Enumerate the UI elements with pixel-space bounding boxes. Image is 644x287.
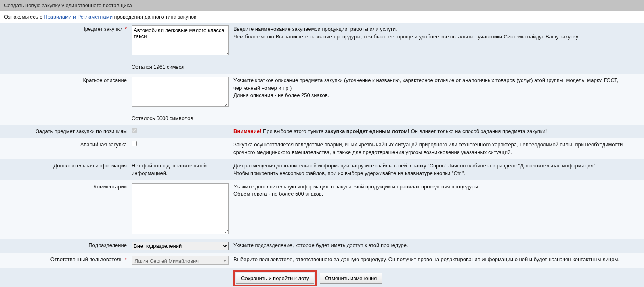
positions-checkbox[interactable] [132, 128, 137, 133]
help-short-l1: Укажите краткое описание предмета закупк… [233, 77, 642, 92]
subject-input[interactable] [132, 25, 229, 55]
subject-counter: Остался 1961 символ [132, 58, 229, 71]
user-selected-value: Яшин Сергей Михайлович [132, 256, 221, 264]
label-comments: Комментарии [94, 184, 127, 190]
emergency-checkbox[interactable] [132, 141, 137, 146]
department-select[interactable]: Вне подразделений [132, 242, 229, 250]
cancel-button[interactable]: Отменить изменения [320, 273, 382, 284]
short-counter: Осталось 6000 символов [132, 109, 229, 122]
comments-input[interactable] [132, 183, 229, 234]
label-emergency: Аварийная закупка [80, 141, 127, 148]
help-addinfo-l1: Для размещения дополнительной информации… [233, 162, 642, 170]
label-addinfo: Дополнительная информация [53, 162, 127, 169]
label-positions: Задать предмет закупки по позициям [36, 128, 127, 134]
form-table: Предмет закупки * Остался 1961 символ Вв… [0, 23, 644, 287]
help-comments-l2: Объем текста - не более 500 знаков. [233, 190, 642, 198]
help-department: Укажите подразделение, которое будет име… [233, 242, 408, 248]
positions-mid1: При выборе этого пункта [261, 128, 325, 134]
short-input[interactable] [132, 77, 229, 107]
help-user: Выберите пользователя, ответственного за… [233, 256, 619, 262]
intro-text: Ознакомьтесь с Правилами и Регламентами … [0, 11, 644, 23]
addinfo-nofiles: Нет файлов с дополнительной информацией. [132, 162, 229, 177]
positions-warn: Внимание! [233, 128, 261, 134]
help-short-l2: Длина описания - не более 250 знаков. [233, 92, 642, 99]
chevron-down-icon [221, 256, 228, 264]
label-department: Подразделение [88, 242, 127, 248]
help-subject-l2: Чем более четко Вы напишете название про… [233, 33, 642, 41]
user-select[interactable]: Яшин Сергей Михайлович [132, 256, 229, 265]
required-mark: * [122, 256, 127, 262]
intro-before: Ознакомьтесь с [4, 14, 44, 20]
save-highlight: Сохранить и перейти к лоту [233, 270, 317, 286]
save-button[interactable]: Сохранить и перейти к лоту [236, 273, 314, 284]
positions-mid2: Он влияет только на способ задания предм… [409, 128, 547, 134]
help-subject-l1: Введите наименование закупаемой продукци… [233, 25, 642, 33]
label-short: Краткое описание [83, 77, 127, 83]
help-comments-l1: Укажите дополнительную информацию о заку… [233, 183, 642, 191]
positions-bold: закупка пройдет единым лотом! [325, 128, 409, 134]
help-addinfo-l2: Чтобы прикрепить несколько файлов, при и… [233, 170, 642, 177]
intro-after: проведения данного типа закупок. [113, 14, 198, 20]
label-subject: Предмет закупки [81, 26, 122, 32]
help-emergency: Закупка осуществляется вследствие аварии… [233, 141, 623, 155]
rules-link[interactable]: Правилами и Регламентами [44, 14, 113, 20]
page-title: Создать новую закупку у единственного по… [0, 0, 644, 11]
required-mark: * [122, 26, 127, 32]
label-user: Ответственный пользователь [50, 256, 123, 262]
